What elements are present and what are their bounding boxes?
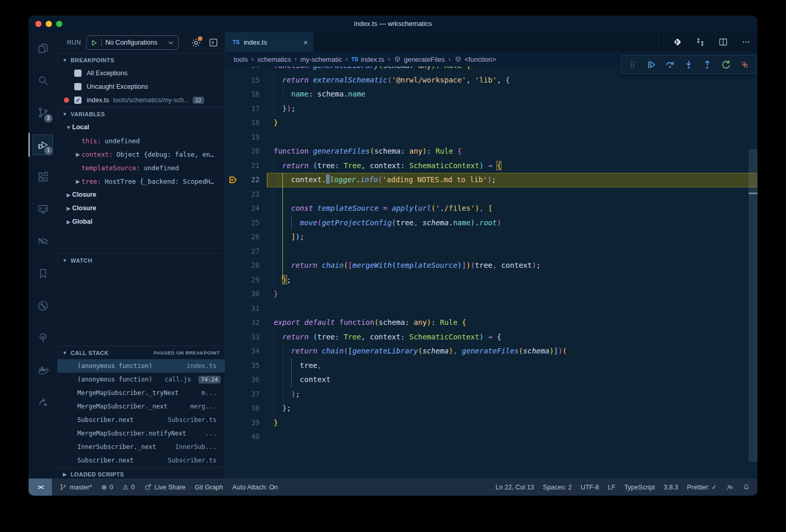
code-line[interactable]: 26 ]); (225, 230, 757, 244)
breakpoint-row[interactable]: ✓index.tstools/schematics/my-sch...22 (58, 93, 225, 107)
activity-item-files[interactable] (29, 32, 57, 64)
gutter-glyph[interactable] (225, 187, 239, 202)
breakpoint-row[interactable]: All Exceptions (58, 66, 225, 80)
tab-index-ts[interactable]: TS index.ts × (225, 32, 314, 52)
variable-row[interactable]: ▶context:Object {debug: false, en… (58, 147, 225, 161)
code-line[interactable]: 23 (225, 187, 757, 202)
status-item-git-graph[interactable]: Git Graph (195, 484, 223, 491)
breadcrumb-item[interactable]: generateFiles (394, 56, 445, 63)
line-number[interactable]: 39 (239, 416, 260, 430)
line-number[interactable]: 35 (239, 359, 260, 373)
gutter-glyph[interactable] (225, 159, 239, 173)
close-tab-icon[interactable]: × (303, 38, 308, 47)
gutter-glyph[interactable] (225, 244, 239, 259)
code-line[interactable]: 18} (225, 116, 757, 130)
debug-restart[interactable] (719, 58, 733, 72)
chevron-right-icon[interactable]: ▶ (65, 206, 72, 211)
gutter-glyph[interactable] (225, 273, 239, 288)
code-line[interactable]: 19 (225, 130, 757, 145)
debug-step-out[interactable] (700, 58, 714, 72)
chevron-right-icon[interactable]: ▶ (65, 192, 72, 198)
gutter-glyph[interactable] (225, 258, 239, 273)
line-number[interactable]: 18 (239, 116, 260, 130)
chevron-right-icon[interactable]: ▶ (74, 179, 82, 184)
line-number[interactable]: 15 (239, 73, 260, 88)
paused-breakpoint-icon[interactable] (225, 173, 239, 187)
code-line[interactable]: 33 return (tree: Tree, context: Schemati… (225, 330, 757, 345)
gutter-glyph[interactable] (225, 66, 239, 73)
gutter-glyph[interactable] (225, 387, 239, 402)
status-item-prettier[interactable]: Prettier: ✓ (687, 483, 717, 491)
gutter-glyph[interactable] (225, 216, 239, 230)
debug-continue[interactable] (644, 58, 658, 72)
gutter-glyph[interactable] (225, 401, 239, 416)
line-number[interactable]: 30 (239, 287, 260, 302)
editor-action-more-actions[interactable] (741, 37, 751, 47)
call-stack-frame[interactable]: MergeMapSubscriber._nextmerg... (58, 400, 225, 413)
code-line[interactable]: 25 move(getProjectConfig(tree, schema.na… (225, 216, 757, 230)
activity-item-settings[interactable] (29, 449, 57, 479)
code-line[interactable]: 16 name: schema.name (225, 87, 757, 102)
activity-item-share[interactable] (29, 386, 57, 418)
status-item-spaces-2[interactable]: Spaces: 2 (543, 484, 572, 491)
breadcrumb-item[interactable]: tools (234, 56, 248, 63)
line-number[interactable]: 29 (239, 273, 260, 288)
editor-scrollbar[interactable] (749, 66, 757, 479)
status-item-0[interactable]: ⚠0 (123, 483, 135, 491)
loaded-scripts-header[interactable]: ▶ LOADED SCRIPTS (58, 468, 225, 479)
call-stack-frame[interactable]: MergeMapSubscriber._tryNextm... (58, 386, 225, 400)
status-item-utf-8[interactable]: UTF-8 (580, 484, 599, 491)
debug-step-over[interactable] (663, 58, 676, 72)
code-line[interactable]: 15 return externalSchematic('@nrwl/works… (225, 73, 757, 88)
line-number[interactable]: 21 (239, 159, 260, 173)
activity-item-extensions[interactable] (29, 161, 57, 193)
call-stack-frame[interactable]: MergeMapSubscriber.notifyNext... (58, 427, 225, 440)
status-item-ln-22-col-13[interactable]: Ln 22, Col 13 (495, 484, 534, 491)
line-number[interactable]: 36 (239, 373, 260, 387)
call-stack-frame[interactable]: (anonymous function)index.ts (58, 359, 225, 373)
breadcrumb-item[interactable]: <function> (454, 56, 496, 63)
breadcrumb-item[interactable]: my-schematic (301, 56, 342, 63)
breakpoint-checkbox[interactable] (74, 83, 82, 90)
gutter-glyph[interactable] (225, 359, 239, 373)
variable-row[interactable]: ▼Local (58, 120, 225, 134)
status-item-live-share[interactable]: Live Share (144, 483, 186, 491)
line-number[interactable]: 19 (239, 130, 260, 145)
line-number[interactable]: 26 (239, 230, 260, 244)
code-line[interactable]: 27 (225, 244, 757, 259)
breakpoint-checkbox[interactable]: ✓ (74, 97, 82, 104)
code-line[interactable]: 39} (225, 416, 757, 430)
variable-row[interactable]: templateSource:undefined (58, 161, 225, 174)
code-line[interactable]: 32export default function(schema: any): … (225, 316, 757, 330)
line-number[interactable]: 27 (239, 244, 260, 259)
line-number[interactable]: 17 (239, 102, 260, 116)
breakpoint-row[interactable]: Uncaught Exceptions (58, 80, 225, 93)
gutter-glyph[interactable] (225, 416, 239, 430)
chevron-right-icon[interactable]: ▶ (74, 152, 82, 157)
code-line[interactable]: 34 return chain([generateLibrary(schema)… (225, 344, 757, 359)
line-number[interactable]: 40 (239, 430, 260, 444)
line-number[interactable]: 23 (239, 187, 260, 202)
activity-item-remote-explorer[interactable] (29, 193, 57, 225)
activity-item-source-control[interactable]: 3 (29, 97, 57, 129)
line-number[interactable]: 33 (239, 330, 260, 345)
status-item-lf[interactable]: LF (608, 484, 616, 491)
line-number[interactable]: 38 (239, 401, 260, 416)
gutter-glyph[interactable] (225, 330, 239, 345)
activity-item-test-tree[interactable] (29, 322, 57, 354)
gutter-glyph[interactable] (225, 201, 239, 216)
debug-step-into[interactable] (682, 58, 695, 72)
line-number[interactable]: 16 (239, 87, 260, 102)
variable-row[interactable]: ▶Global (58, 215, 225, 228)
editor-action-split-editor[interactable] (718, 37, 728, 47)
breadcrumb-item[interactable]: TSindex.ts (351, 56, 384, 63)
gutter-glyph[interactable] (225, 73, 239, 88)
line-number[interactable]: 32 (239, 316, 260, 330)
code-line[interactable]: 20function generateFiles(schema: any): R… (225, 144, 757, 159)
activity-item-gitlens[interactable] (29, 290, 57, 322)
gutter-glyph[interactable] (225, 430, 239, 444)
debug-disconnect[interactable] (738, 58, 751, 72)
activity-item-nx-console[interactable]: N≥ (29, 225, 57, 257)
code-line[interactable]: 22 context.logger.info('adding NOTES.md … (225, 173, 757, 187)
activity-item-docker[interactable] (29, 354, 57, 386)
